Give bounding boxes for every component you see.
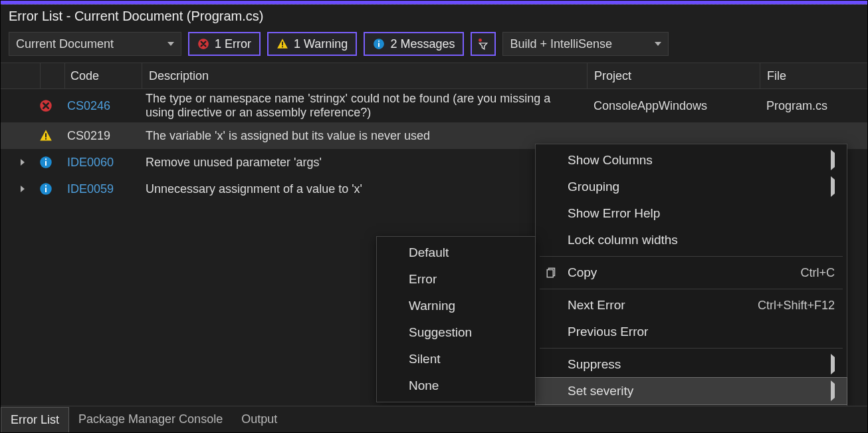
menu-lock-column-widths[interactable]: Lock column widths [536, 227, 847, 253]
expand-icon[interactable] [21, 159, 25, 166]
column-code[interactable]: Code [64, 63, 142, 88]
severity-warning[interactable]: Warning [377, 293, 535, 319]
svg-rect-11 [45, 161, 47, 166]
panel-title: Error List - Current Document (Program.c… [1, 5, 867, 28]
severity-none[interactable]: None [377, 372, 535, 399]
menu-separator [540, 256, 843, 257]
filter-icon [477, 38, 489, 50]
menu-show-columns[interactable]: Show Columns [536, 147, 847, 174]
severity-silent[interactable]: Silent [377, 346, 535, 372]
svg-rect-1 [282, 42, 283, 46]
warnings-filter-label: 1 Warning [294, 37, 348, 51]
submenu-arrow-icon [831, 150, 835, 170]
expand-icon[interactable] [21, 186, 25, 192]
svg-rect-2 [282, 46, 283, 47]
submenu-arrow-icon [831, 380, 835, 401]
svg-rect-14 [45, 188, 47, 192]
filter-button[interactable] [471, 32, 496, 56]
error-code: CS0219 [64, 129, 142, 143]
bottom-tab-bar: Error List Package Manager Console Outpu… [1, 406, 867, 432]
context-menu: Show Columns Grouping Show Error Help Lo… [535, 144, 847, 408]
column-description[interactable]: Description [142, 63, 587, 88]
menu-previous-error[interactable]: Previous Error [536, 319, 847, 345]
error-project: ConsoleAppWindows [587, 99, 760, 113]
info-icon [27, 156, 64, 169]
menu-next-error[interactable]: Next Error Ctrl+Shift+F12 [536, 292, 847, 319]
error-description: Remove unused parameter 'args' [142, 156, 587, 170]
error-code[interactable]: CS0246 [64, 99, 142, 113]
svg-rect-4 [378, 43, 380, 47]
error-icon [197, 38, 209, 50]
warnings-filter-button[interactable]: 1 Warning [267, 32, 357, 56]
severity-error[interactable]: Error [377, 266, 535, 293]
messages-filter-label: 2 Messages [390, 37, 455, 51]
submenu-arrow-icon [831, 176, 835, 197]
svg-rect-8 [45, 133, 47, 137]
table-header: Code Description Project File [1, 63, 867, 89]
error-description: The type or namespace name 'stringx' cou… [142, 92, 587, 120]
submenu-arrow-icon [831, 354, 835, 374]
tab-error-list[interactable]: Error List [1, 407, 69, 432]
severity-default[interactable]: Default [377, 239, 535, 266]
table-row[interactable]: CS0246The type or namespace name 'string… [1, 89, 867, 122]
svg-rect-17 [547, 270, 553, 277]
scope-dropdown-label: Current Document [16, 37, 114, 51]
messages-filter-button[interactable]: 2 Messages [364, 32, 464, 56]
info-icon [27, 182, 64, 196]
error-icon [27, 99, 64, 112]
menu-separator [540, 348, 843, 349]
copy-icon [545, 266, 558, 279]
severity-suggestion[interactable]: Suggestion [377, 319, 535, 346]
warning-icon [276, 38, 288, 50]
tab-output[interactable]: Output [232, 407, 286, 432]
column-file[interactable]: File [760, 63, 867, 88]
error-description: Unnecessary assignment of a value to 'x' [142, 182, 587, 196]
menu-suppress[interactable]: Suppress [536, 351, 847, 378]
info-icon [373, 38, 385, 50]
menu-show-error-help[interactable]: Show Error Help [536, 200, 847, 227]
chevron-down-icon [655, 42, 661, 46]
svg-rect-5 [378, 41, 380, 42]
source-dropdown[interactable]: Build + IntelliSense [502, 32, 669, 56]
error-file: Program.cs [760, 99, 867, 113]
source-dropdown-label: Build + IntelliSense [510, 37, 612, 51]
error-code[interactable]: IDE0059 [64, 182, 142, 196]
warning-icon [27, 129, 64, 142]
menu-grouping[interactable]: Grouping [536, 174, 847, 200]
errors-filter-label: 1 Error [215, 37, 251, 51]
menu-copy[interactable]: Copy Ctrl+C [536, 259, 847, 286]
chevron-down-icon [167, 42, 174, 46]
svg-rect-9 [45, 138, 47, 140]
svg-rect-15 [45, 185, 47, 186]
svg-rect-12 [45, 158, 47, 160]
errors-filter-button[interactable]: 1 Error [188, 32, 261, 56]
error-code[interactable]: IDE0060 [64, 156, 142, 170]
column-project[interactable]: Project [587, 63, 760, 88]
error-description: The variable 'x' is assigned but its val… [142, 129, 587, 143]
severity-submenu: Default Error Warning Suggestion Silent … [376, 236, 536, 402]
svg-point-6 [479, 39, 482, 42]
scope-dropdown[interactable]: Current Document [9, 32, 181, 56]
tab-package-manager-console[interactable]: Package Manager Console [69, 407, 232, 432]
menu-separator [540, 289, 843, 289]
toolbar: Current Document 1 Error 1 Warning 2 Mes… [1, 28, 867, 63]
menu-set-severity[interactable]: Set severity [536, 378, 847, 404]
